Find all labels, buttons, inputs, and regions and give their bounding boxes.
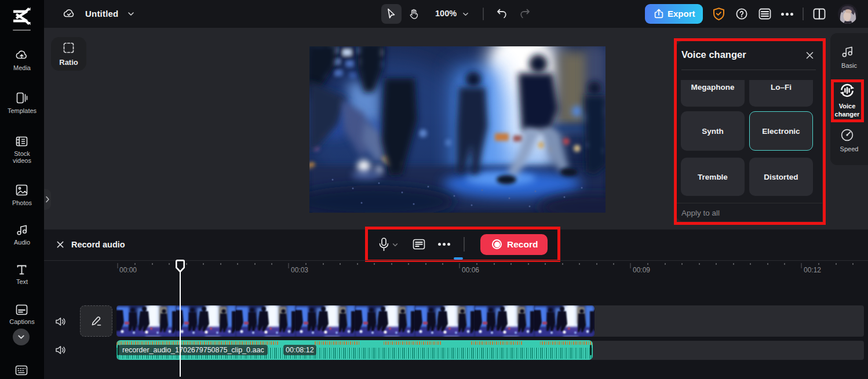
svg-text:00:03: 00:03 <box>291 266 308 274</box>
svg-text:00:12: 00:12 <box>804 266 821 274</box>
svg-text:00:09: 00:09 <box>633 266 650 274</box>
svg-text:00:06: 00:06 <box>462 266 479 274</box>
svg-text:00:00: 00:00 <box>119 266 137 274</box>
